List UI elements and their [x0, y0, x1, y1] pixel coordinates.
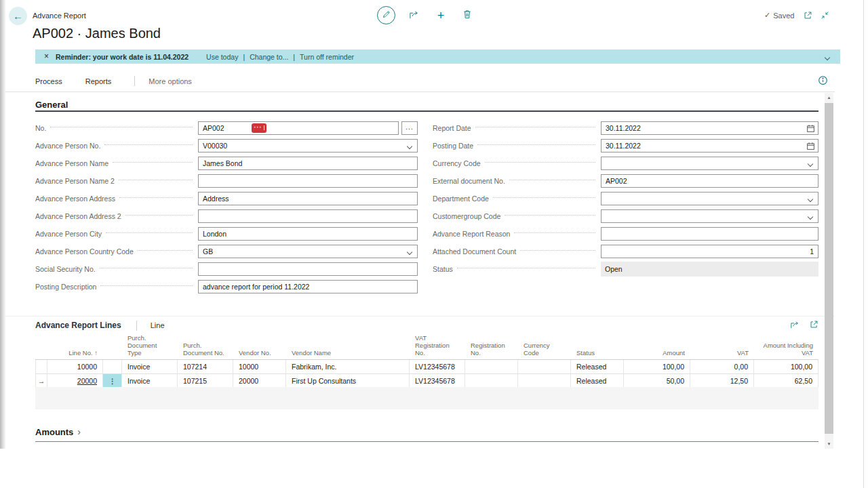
col-amount[interactable]: Amount	[624, 349, 690, 359]
calendar-icon[interactable]	[806, 142, 815, 152]
chevron-down-icon[interactable]	[808, 197, 813, 202]
collapse-button[interactable]	[821, 10, 829, 22]
menu-process[interactable]: Process	[35, 77, 62, 85]
row-menu-cell[interactable]	[103, 360, 122, 373]
turn-off-reminder-link[interactable]: Turn off reminder	[300, 53, 354, 61]
doc-no-cell[interactable]: 107214	[178, 360, 233, 373]
banner-expand-button[interactable]	[825, 53, 829, 61]
social-security-no-input[interactable]	[198, 262, 418, 276]
advance-person-name-2-input[interactable]	[198, 174, 418, 188]
reg-no-cell[interactable]	[465, 374, 518, 388]
line-no-cell[interactable]: 10000	[47, 360, 103, 373]
chevron-down-icon[interactable]	[407, 249, 412, 255]
menu-more-options[interactable]: More options	[149, 77, 192, 85]
vendor-name-cell[interactable]: Fabrikam, Inc.	[286, 360, 410, 373]
field-posting-description: Posting Description advance report for p…	[35, 278, 418, 296]
vendor-no-cell[interactable]: 20000	[233, 374, 286, 388]
customergroup-code-input[interactable]	[601, 209, 818, 223]
advance-person-address-input[interactable]: Address	[198, 192, 418, 205]
collapse-arrows-icon	[821, 10, 829, 22]
col-vendor-name[interactable]: Vendor Name	[286, 349, 410, 359]
currency-cell[interactable]	[518, 374, 571, 388]
department-code-input[interactable]	[601, 192, 818, 205]
doc-type-cell[interactable]: Invoice	[122, 360, 178, 373]
col-vat-registration-no[interactable]: VAT Registration No.	[410, 334, 465, 359]
reg-no-cell[interactable]	[465, 360, 518, 373]
line-no-link[interactable]: 20000	[77, 377, 97, 385]
help-button[interactable]	[818, 75, 828, 88]
edit-button[interactable]	[377, 6, 395, 24]
vertical-scrollbar[interactable]: ▲ ▼	[825, 93, 833, 449]
col-status[interactable]: Status	[571, 349, 624, 359]
advance-person-address-2-input[interactable]	[198, 209, 418, 223]
doc-type-cell[interactable]: Invoice	[122, 374, 178, 388]
external-document-no-input[interactable]: AP002	[601, 174, 818, 188]
posting-date-input[interactable]: 30.11.2022	[601, 139, 818, 152]
amount-incl-vat-cell[interactable]: 62,50	[754, 374, 818, 388]
no-input[interactable]: AP002 ···	[198, 121, 399, 135]
vat-reg-no-cell[interactable]: LV12345678	[410, 374, 465, 388]
use-today-link[interactable]: Use today	[206, 53, 238, 61]
attached-document-count-input[interactable]: 1	[601, 245, 818, 258]
lines-popout-button[interactable]	[810, 319, 818, 331]
scroll-down-button[interactable]: ▼	[825, 442, 833, 446]
lines-section-heading[interactable]: Advance Report Lines	[35, 321, 121, 330]
menu-reports[interactable]: Reports	[85, 77, 112, 85]
currency-cell[interactable]	[518, 360, 571, 373]
scrollbar-thumb[interactable]	[825, 103, 833, 434]
line-no-cell[interactable]: 20000	[47, 374, 103, 388]
open-in-window-button[interactable]	[804, 10, 812, 22]
delete-button[interactable]	[460, 6, 475, 24]
change-to-link[interactable]: Change to...	[250, 53, 288, 61]
chevron-down-icon[interactable]	[808, 161, 813, 167]
advance-person-no-input[interactable]: V00030	[198, 139, 418, 152]
calendar-icon[interactable]	[806, 124, 815, 134]
col-vat[interactable]: VAT	[690, 349, 754, 359]
vat-cell[interactable]: 0,00	[690, 360, 754, 373]
lines-menu-line[interactable]: Line	[151, 321, 165, 329]
chevron-down-icon[interactable]	[407, 144, 412, 149]
col-registration-no[interactable]: Registration No.	[465, 342, 518, 359]
row-selector-cell[interactable]	[35, 360, 47, 373]
lines-caption-bar: Advance Report Lines Line	[35, 319, 818, 331]
row-selector-cell[interactable]: →	[35, 374, 47, 388]
ellipsis-vertical-icon: ⋮	[108, 377, 116, 385]
amount-cell[interactable]: 50,00	[624, 374, 690, 388]
vendor-name-cell[interactable]: First Up Consultants	[286, 374, 410, 388]
status-cell[interactable]: Released	[571, 360, 624, 373]
row-menu-cell[interactable]: ⋮	[103, 374, 122, 388]
breadcrumb[interactable]: Advance Report	[33, 12, 86, 20]
col-purch-document-no[interactable]: Purch. Document No.	[178, 342, 233, 359]
advance-person-city-input[interactable]: London	[198, 227, 418, 241]
amount-incl-vat-cell[interactable]: 100,00	[754, 360, 818, 373]
general-section-heading[interactable]: General	[35, 100, 68, 110]
report-date-input[interactable]: 30.11.2022	[601, 121, 818, 135]
advance-person-country-code-input[interactable]: GB	[198, 245, 418, 258]
col-currency-code[interactable]: Currency Code	[518, 342, 571, 359]
vat-cell[interactable]: 12,50	[690, 374, 754, 388]
currency-code-input[interactable]	[601, 157, 818, 170]
amounts-section-heading[interactable]: Amounts ›	[35, 427, 81, 437]
posting-description-input[interactable]: advance report for period 11.2022	[198, 280, 418, 293]
doc-no-cell[interactable]: 107215	[178, 374, 233, 388]
scroll-up-button[interactable]: ▲	[825, 96, 833, 100]
chevron-down-icon[interactable]	[808, 214, 813, 220]
col-purch-document-type[interactable]: Purch. Document Type	[122, 334, 178, 359]
assist-edit-button[interactable]: ...	[401, 121, 418, 135]
banner-close-icon[interactable]: ×	[44, 49, 49, 64]
status-cell[interactable]: Released	[571, 374, 624, 388]
advance-person-name-input[interactable]: James Bond	[198, 157, 418, 170]
dotted-leader	[100, 268, 193, 268]
vendor-no-cell[interactable]: 10000	[233, 360, 286, 373]
lines-share-button[interactable]	[790, 319, 800, 331]
back-button[interactable]: ←	[9, 7, 27, 25]
col-line-no[interactable]: Line No. ↑	[47, 349, 103, 359]
new-button[interactable]: +	[433, 6, 448, 24]
amount-cell[interactable]: 100,00	[624, 360, 690, 373]
advance-report-reason-input[interactable]	[601, 227, 818, 241]
col-vendor-no[interactable]: Vendor No.	[233, 349, 286, 359]
field-label: Department Code	[433, 195, 489, 203]
vat-reg-no-cell[interactable]: LV12345678	[410, 360, 465, 373]
share-button[interactable]	[407, 6, 422, 24]
col-amount-including-vat[interactable]: Amount Including VAT	[754, 342, 818, 359]
